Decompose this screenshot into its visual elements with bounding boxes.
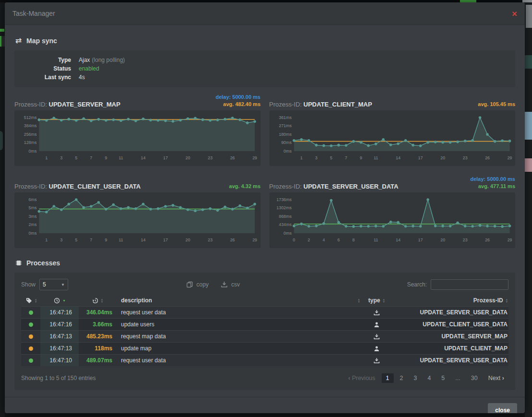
- svg-text:384ms: 384ms: [24, 123, 37, 128]
- type-cell: [360, 346, 393, 352]
- background-left-strip: [0, 2, 5, 417]
- svg-text:20: 20: [440, 238, 445, 242]
- svg-text:29: 29: [253, 238, 257, 242]
- time-cell: 16:47:13: [40, 343, 79, 354]
- column-time[interactable]: ▾: [40, 298, 79, 304]
- map-sync-heading-label: Map sync: [26, 37, 57, 45]
- svg-text:5: 5: [330, 155, 332, 160]
- sync-row-last-sync: Last sync 4s: [14, 73, 515, 82]
- sync-last-value: 4s: [79, 73, 85, 82]
- svg-text:1: 1: [45, 155, 48, 160]
- svg-text:5: 5: [75, 155, 77, 160]
- time-cell: 16:47:13: [40, 331, 79, 342]
- pagination-next[interactable]: Next ›: [484, 373, 508, 383]
- column-description[interactable]: description ▴▾: [116, 297, 360, 304]
- svg-text:11: 11: [374, 155, 378, 160]
- status-dot: [29, 310, 33, 315]
- type-cell: [360, 357, 393, 364]
- svg-text:17: 17: [418, 155, 423, 160]
- pagination-ellipsis: ...: [451, 373, 464, 383]
- svg-text:868ms: 868ms: [278, 214, 291, 219]
- duration-cell: 489.07ms: [79, 357, 116, 364]
- pagination-page-1[interactable]: 1: [382, 373, 394, 383]
- show-entries-select[interactable]: 5 ▼: [39, 279, 68, 290]
- close-button[interactable]: close: [488, 403, 517, 413]
- table-row: 16:47:10489.07msrequest user dataUPDATE_…: [21, 354, 508, 366]
- page-scrollbar[interactable]: [526, 5, 532, 28]
- table-row: 16:47:13118msupdate mapUPDATE_CLIENT_MAP: [21, 342, 508, 354]
- table-row: 16:47:13485.23msrequest map dataUPDATE_S…: [21, 330, 508, 342]
- status-dot: [29, 358, 33, 363]
- chart-title: Prozess-ID: UPDATE_SERVER_MAP: [14, 101, 121, 108]
- svg-text:271ms: 271ms: [278, 123, 291, 128]
- column-prozess-id[interactable]: Prozess-ID ▴▾: [393, 297, 508, 304]
- svg-text:1: 1: [45, 238, 48, 242]
- svg-text:14: 14: [396, 155, 400, 160]
- search-input[interactable]: [431, 279, 508, 290]
- status-dot: [29, 322, 33, 327]
- svg-text:20: 20: [185, 238, 190, 242]
- line-chart-update-server-map: 0ms128ms256ms384ms512ms13579111417202326…: [16, 114, 259, 164]
- microchip-icon: [14, 259, 23, 267]
- table-footer: Showing 1 to 5 of 150 entries ‹ Previous…: [21, 373, 508, 383]
- pagination-page-30[interactable]: 30: [467, 373, 482, 383]
- svg-text:8: 8: [352, 238, 354, 242]
- sync-row-status: Status enabled: [14, 64, 515, 73]
- pagination-previous[interactable]: ‹ Previous: [344, 373, 379, 383]
- svg-text:26: 26: [485, 238, 490, 242]
- svg-text:9: 9: [360, 155, 362, 160]
- column-status[interactable]: ▴▾: [21, 298, 40, 304]
- column-type[interactable]: type ▴▾: [360, 297, 393, 304]
- sort-icon: ▴▾: [506, 298, 508, 303]
- svg-text:90ms: 90ms: [281, 140, 291, 145]
- duration-cell: 346.04ms: [79, 309, 116, 316]
- user-icon: [374, 322, 380, 328]
- avg-stat: avg. 105.45 ms: [478, 101, 515, 108]
- prozess-id-cell: UPDATE_SERVER_MAP: [393, 333, 508, 340]
- sort-icon: ▴▾: [383, 298, 385, 303]
- svg-text:23: 23: [208, 155, 213, 160]
- description-cell: update users: [116, 321, 360, 328]
- duration-cell: 3.66ms: [79, 321, 116, 328]
- svg-text:20: 20: [440, 155, 445, 160]
- svg-text:256ms: 256ms: [24, 132, 37, 137]
- pagination-page-5[interactable]: 5: [437, 373, 449, 383]
- svg-text:26: 26: [230, 238, 235, 242]
- status-cell: [21, 334, 40, 339]
- svg-text:512ms: 512ms: [24, 115, 37, 120]
- table-row: 16:47:163.66msupdate usersUPDATE_CLIENT_…: [21, 318, 508, 330]
- svg-text:6: 6: [337, 238, 339, 242]
- duration-cell: 118ms: [79, 345, 116, 352]
- pagination-page-3[interactable]: 3: [409, 373, 421, 383]
- processes-heading-label: Processes: [26, 259, 60, 267]
- svg-text:14: 14: [396, 238, 400, 242]
- svg-text:5: 5: [75, 238, 77, 242]
- prozess-id-cell: UPDATE_CLIENT_USER_DATA: [393, 321, 508, 328]
- copy-button[interactable]: copy: [186, 281, 208, 288]
- table-row: 16:47:16346.04msrequest user dataUPDATE_…: [21, 306, 508, 318]
- csv-button[interactable]: csv: [221, 281, 240, 288]
- svg-text:1736ms: 1736ms: [276, 197, 291, 202]
- close-icon[interactable]: ×: [512, 9, 517, 18]
- pagination-page-4[interactable]: 4: [423, 373, 435, 383]
- svg-text:11: 11: [119, 238, 123, 242]
- svg-text:20: 20: [185, 155, 190, 160]
- time-cell: 16:47:16: [40, 319, 79, 330]
- svg-text:361ms: 361ms: [278, 115, 291, 120]
- background-right-strip: [525, 2, 532, 417]
- pagination-page-2[interactable]: 2: [396, 373, 408, 383]
- svg-text:26: 26: [230, 155, 235, 160]
- svg-text:3: 3: [315, 155, 317, 160]
- column-duration[interactable]: ▴▾: [79, 298, 116, 304]
- table-header-row: ▴▾ ▾ ▴▾ description ▴▾: [21, 295, 508, 306]
- type-cell: [360, 334, 393, 340]
- chevron-down-icon: ▼: [61, 283, 65, 287]
- svg-text:17: 17: [163, 238, 168, 242]
- svg-text:7: 7: [345, 155, 347, 160]
- status-cell: [21, 358, 40, 363]
- copy-icon: [186, 281, 193, 288]
- svg-text:23: 23: [208, 238, 213, 242]
- svg-text:1: 1: [300, 155, 302, 160]
- chart-title: Prozess-ID: UPDATE_CLIENT_USER_DATA: [14, 183, 141, 190]
- prozess-id-cell: UPDATE_SERVER_USER_DATA: [393, 309, 508, 316]
